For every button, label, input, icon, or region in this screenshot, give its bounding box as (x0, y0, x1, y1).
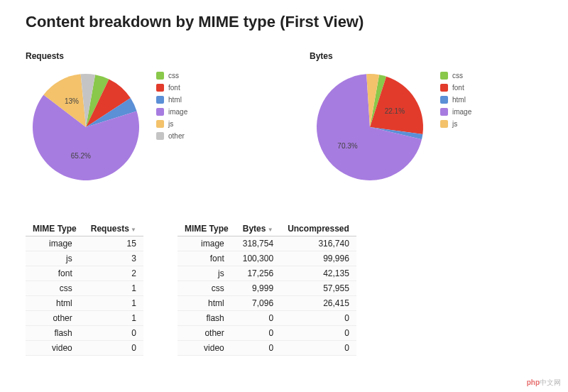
cell-requests: 0 (84, 326, 143, 341)
legend-label: image (452, 106, 471, 118)
cell-requests: 1 (84, 296, 143, 311)
table-row: image 318,754 316,740 (178, 236, 356, 251)
cell-bytes: 17,256 (236, 266, 280, 281)
table-row: font 2 (26, 266, 143, 281)
legend-swatch-other (156, 132, 164, 140)
legend-item-image[interactable]: image (440, 106, 471, 118)
legend-label: js (452, 118, 457, 130)
col-mime-type[interactable]: MIME Type (26, 222, 84, 236)
legend-item-image[interactable]: image (156, 106, 187, 118)
cell-bytes: 9,999 (236, 281, 280, 296)
legend-item-css[interactable]: css (440, 70, 471, 82)
legend-label: js (168, 118, 173, 130)
cell-requests: 1 (84, 281, 143, 296)
legend-swatch-image (156, 108, 164, 116)
cell-type: image (26, 236, 84, 251)
cell-type: css (178, 281, 236, 296)
legend-item-js[interactable]: js (440, 118, 471, 130)
table-row: image 15 (26, 236, 143, 251)
legend-label: image (168, 106, 187, 118)
slice-label-image: 70.3% (337, 142, 357, 150)
cell-bytes: 0 (236, 311, 280, 326)
table-row: js 3 (26, 251, 143, 266)
legend-swatch-font (156, 84, 164, 92)
legend-swatch-css (440, 72, 448, 80)
legend-swatch-css (156, 72, 164, 80)
cell-uncompressed: 99,996 (280, 251, 356, 266)
cell-uncompressed: 57,955 (280, 281, 356, 296)
cell-type: video (178, 341, 236, 356)
col-bytes[interactable]: Bytes (236, 222, 280, 236)
bytes-legend: cssfonthtmlimagejs (440, 70, 471, 130)
table-row: css 9,999 57,955 (178, 281, 356, 296)
legend-item-js[interactable]: js (156, 118, 187, 130)
cell-bytes: 0 (236, 326, 280, 341)
legend-swatch-js (156, 120, 164, 128)
col-requests[interactable]: Requests (84, 222, 143, 236)
cell-bytes: 0 (236, 341, 280, 356)
table-row: video 0 (26, 341, 143, 356)
requests-panel: Requests 65.2%13% cssfonthtmlimagejsothe… (26, 51, 267, 186)
bytes-pie-chart: 22.1%70.3% (310, 65, 430, 186)
table-row: html 7,096 26,415 (178, 296, 356, 311)
cell-requests: 2 (84, 266, 143, 281)
table-row: css 1 (26, 281, 143, 296)
cell-requests: 15 (84, 236, 143, 251)
legend-swatch-font (440, 84, 448, 92)
requests-pie-chart: 65.2%13% (26, 65, 146, 186)
legend-label: font (452, 82, 464, 94)
cell-bytes: 318,754 (236, 236, 280, 251)
table-row: flash 0 (26, 326, 143, 341)
cell-type: font (178, 251, 236, 266)
legend-item-font[interactable]: font (156, 82, 187, 94)
cell-uncompressed: 0 (280, 311, 356, 326)
legend-swatch-html (440, 96, 448, 104)
table-row: font 100,300 99,996 (178, 251, 356, 266)
legend-label: html (168, 94, 182, 106)
col-uncompressed[interactable]: Uncompressed (280, 222, 356, 236)
table-row: js 17,256 42,135 (178, 266, 356, 281)
page-title: Content breakdown by MIME type (First Vi… (26, 13, 542, 31)
bytes-panel: Bytes 22.1%70.3% cssfonthtmlimagejs (310, 51, 551, 186)
cell-requests: 0 (84, 341, 143, 356)
cell-type: font (26, 266, 84, 281)
cell-requests: 1 (84, 311, 143, 326)
cell-type: video (26, 341, 84, 356)
legend-label: font (168, 82, 180, 94)
table-row: video 0 0 (178, 341, 356, 356)
requests-table: MIME Type Requests image 15js 3font 2css… (26, 222, 143, 356)
slice-label-js: 13% (65, 97, 79, 105)
slice-label-image: 65.2% (71, 152, 91, 160)
cell-type: css (26, 281, 84, 296)
cell-type: other (178, 326, 236, 341)
cell-type: image (178, 236, 236, 251)
cell-bytes: 100,300 (236, 251, 280, 266)
table-row: other 0 0 (178, 326, 356, 341)
legend-item-css[interactable]: css (156, 70, 187, 82)
cell-bytes: 7,096 (236, 296, 280, 311)
cell-type: js (178, 266, 236, 281)
table-row: flash 0 0 (178, 311, 356, 326)
legend-item-font[interactable]: font (440, 82, 471, 94)
col-mime-type[interactable]: MIME Type (178, 222, 236, 236)
cell-uncompressed: 26,415 (280, 296, 356, 311)
legend-swatch-image (440, 108, 448, 116)
legend-item-other[interactable]: other (156, 130, 187, 142)
requests-legend: cssfonthtmlimagejsother (156, 70, 187, 142)
cell-uncompressed: 0 (280, 341, 356, 356)
cell-type: js (26, 251, 84, 266)
legend-item-html[interactable]: html (440, 94, 471, 106)
slice-label-font: 22.1% (385, 107, 405, 115)
legend-swatch-js (440, 120, 448, 128)
cell-requests: 3 (84, 251, 143, 266)
legend-swatch-html (156, 96, 164, 104)
cell-type: html (178, 296, 236, 311)
cell-uncompressed: 316,740 (280, 236, 356, 251)
table-row: html 1 (26, 296, 143, 311)
cell-uncompressed: 42,135 (280, 266, 356, 281)
legend-label: other (168, 130, 185, 142)
legend-label: html (452, 94, 466, 106)
cell-type: other (26, 311, 84, 326)
legend-item-html[interactable]: html (156, 94, 187, 106)
cell-type: html (26, 296, 84, 311)
